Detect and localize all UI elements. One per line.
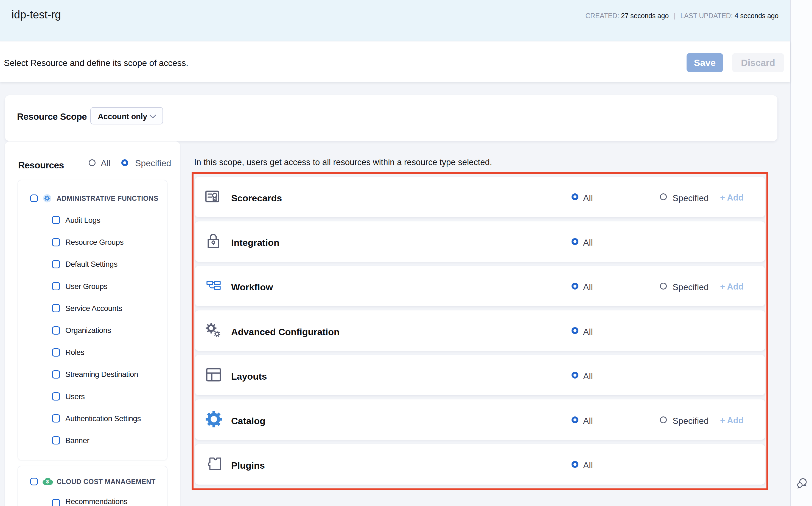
svg-text:$: $ — [46, 479, 49, 484]
